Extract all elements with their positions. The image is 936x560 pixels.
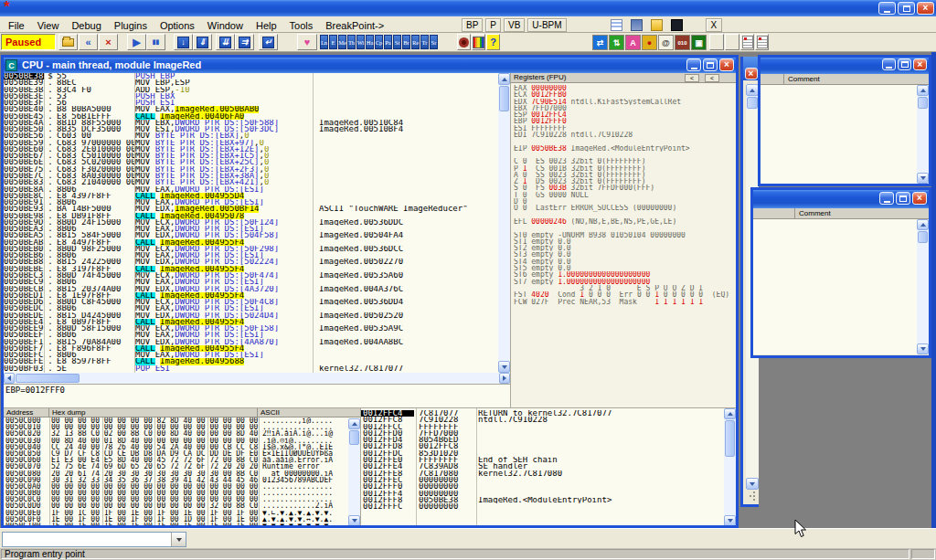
stack-row[interactable]: 0012FFE47C839AD8SE handler <box>361 463 736 470</box>
plugin-toolbar-close-button[interactable]: X <box>706 18 723 32</box>
log-list-button[interactable] <box>740 34 754 50</box>
spiral-icon[interactable]: @ <box>658 35 674 50</box>
stack-row[interactable]: 0012FFD80012FFC8 <box>361 443 736 449</box>
dump-row[interactable]: 0050C0C000 00 00 00 00 00 00 00 00 00 00… <box>4 496 360 502</box>
register-row[interactable]: ESI FFFFFFFF <box>511 125 736 132</box>
disasm-row[interactable]: 0050BEC3 . 8B0D 74F45000 MOV ECX,DWORD P… <box>4 272 498 279</box>
comment-window-titlebar[interactable]: × <box>760 58 929 74</box>
disasm-row[interactable]: 0050BE38 $ 55 PUSH EBP <box>4 73 498 79</box>
breakpoint-plugin-button[interactable]: ♥ <box>297 34 317 50</box>
stack-row[interactable]: 0012FFD07FFD7000 <box>361 430 736 437</box>
comment-window-titlebar[interactable]: × <box>753 190 929 208</box>
disasm-row[interactable]: 0050BE4A . 8B1D 88F55000 MOV EBX,DWORD P… <box>4 120 498 126</box>
register-row[interactable]: ST7 empty 1.0000000000000000000 <box>511 279 736 285</box>
disasm-row[interactable]: 0050BF03 . 5E POP ESI kernel32.7C817077 <box>4 365 498 372</box>
register-row[interactable]: Z 1 DS 0023 32bit 0(FFFFFFFF) <box>511 178 736 185</box>
register-row[interactable]: P 1 CS 001B 32bit 0(FFFFFFFF) <box>511 165 736 172</box>
step-into-button[interactable]: ↓ <box>174 34 193 50</box>
save-icon[interactable] <box>631 19 643 31</box>
register-row[interactable]: FCW 027F Prec NEAR,53 Mask 1 1 1 1 1 1 <box>511 299 736 305</box>
dump-row[interactable]: 0050C03000 8D 40 00 01 8D 40 00 00 00 00… <box>4 438 360 444</box>
disasm-row[interactable]: 0050BEBE . E8 3197F8FF CALL ImageRed.004… <box>4 266 498 272</box>
close-button[interactable]: × <box>912 192 927 205</box>
disasm-row[interactable]: 0050BEE4 . E8 0B97F8FF CALL ImageRed.004… <box>4 319 498 325</box>
maximize-button[interactable] <box>896 192 910 205</box>
register-row[interactable]: EDX 7C90E514 ntdll.KiFastSystemCallRet <box>511 99 736 105</box>
comment-list[interactable] <box>753 219 929 354</box>
register-row[interactable]: ST3 empty 0.0 <box>511 251 736 258</box>
dump-row[interactable]: 0050C00000 00 00 00 00 00 00 00 82 8D 40… <box>4 417 360 424</box>
command-input[interactable] <box>3 533 171 546</box>
collapse-icon[interactable]: < <box>685 74 699 82</box>
disasm-row[interactable]: 0050BEA3 . 8B06 MOV EAX,DWORD PTR DS:[ES… <box>4 226 498 232</box>
pane-shortcut-button[interactable]: Sr <box>430 35 438 49</box>
open-file-button[interactable] <box>58 34 78 50</box>
dump-row[interactable]: 0050C02032 13 8B C0 02 00 8B C0 00 8D 40… <box>4 430 360 437</box>
disasm-row[interactable]: 0050BEB6 . 8B06 MOV EAX,DWORD PTR DS:[ES… <box>4 252 498 259</box>
pane-shortcut-button[interactable]: Ln <box>320 35 328 49</box>
maximize-button[interactable] <box>898 58 911 70</box>
disasm-row[interactable]: 0050BEE9 . 8B0D 58F15000 MOV ECX,DWORD P… <box>4 325 498 332</box>
scroll-up-icon[interactable] <box>498 73 510 85</box>
stack-row[interactable]: 0012FFCCFFFFFFFF <box>361 424 736 430</box>
dump-row[interactable]: 0050C050C9 D7 CF C8 CD CE DB D8 DA D9 CA… <box>4 450 360 457</box>
stack-row[interactable]: 0012FFDC853D1020 <box>361 450 736 457</box>
stack-row[interactable]: 0012FFF000000000 <box>361 483 736 490</box>
appearance-button[interactable] <box>472 34 485 50</box>
scroll-up-icon[interactable] <box>917 219 929 230</box>
close-button[interactable]: × <box>913 58 927 70</box>
disasm-row[interactable]: 0050BECB . 8B15 20374A00 MOV EDX,DWORD P… <box>4 286 498 292</box>
pane-shortcut-button[interactable]: Wi <box>356 35 365 49</box>
scroll-down-icon[interactable] <box>348 515 360 525</box>
dump-row[interactable]: 0050C0F01E 00 1F 00 1E 00 1F 00 1F 00 1D… <box>4 516 360 523</box>
stack-row[interactable]: 0012FFC47C817077RETURN to kernel32.7C817… <box>361 410 736 417</box>
register-row[interactable]: FST 4020 Cond 1 0 0 0 Err 0 0 1 0 0 0 0 … <box>511 291 736 298</box>
register-row[interactable]: C 0 ES 0023 32bit 0(FFFFFFFF) <box>511 158 736 164</box>
plugin-toolbar-button[interactable]: U-BPM <box>527 18 566 32</box>
plugin-toolbar-button[interactable]: P <box>485 18 501 32</box>
stack-vscrollbar[interactable] <box>724 408 736 525</box>
scroll-thumb[interactable] <box>918 231 928 243</box>
menu-item[interactable]: View <box>31 18 66 34</box>
dump-vscrollbar[interactable] <box>348 418 360 525</box>
plugin-toolbar-button[interactable]: VB <box>504 18 525 32</box>
pane-shortcut-button[interactable]: Br <box>402 35 410 49</box>
pane-shortcut-button[interactable]: Re <box>411 35 420 49</box>
disasm-row[interactable]: 0050BE39 . 8BEC MOV EBP,ESP <box>4 79 498 86</box>
scroll-up-icon[interactable] <box>746 84 759 96</box>
menu-item[interactable]: BreakPoint-> <box>319 18 390 34</box>
stack-row[interactable]: 0012FFFC00000000 <box>361 503 736 510</box>
empty-toolbar-button[interactable] <box>725 34 739 50</box>
dump-row[interactable]: 0050C09030 31 32 33 34 35 36 37 38 39 41… <box>4 477 360 483</box>
empty-toolbar-button[interactable] <box>709 34 724 50</box>
scroll-thumb[interactable] <box>499 86 509 111</box>
cpu-window-titlebar[interactable]: C CPU - main thread, module ImageRed × <box>4 58 736 73</box>
pane-shortcut-button[interactable]: Pa <box>384 35 392 49</box>
disasm-row[interactable]: 0050BE3E . 53 PUSH EBX <box>4 93 498 100</box>
close-button[interactable]: × <box>917 2 934 15</box>
hidden-window-close-button[interactable]: × <box>745 68 758 79</box>
disasm-row[interactable]: 0050BEB0 . 8B0D 98F25000 MOV ECX,DWORD P… <box>4 246 498 252</box>
dump-row[interactable]: 0050C1001F 00 1F 00 1F 00 1F 00 1F 00 1F… <box>4 523 360 525</box>
notes-icon[interactable] <box>611 19 622 31</box>
disasm-row[interactable]: 0050BE91 . 8B06 MOV EAX,DWORD PTR DS:[ES… <box>4 199 498 206</box>
swap-panes-icon[interactable]: ⇄ <box>592 35 608 50</box>
scroll-down-icon[interactable] <box>746 478 759 490</box>
scroll-down-icon[interactable] <box>498 361 510 373</box>
register-row[interactable]: EIP 0050BE38 ImageRed.<ModuleEntryPoint> <box>511 145 736 152</box>
disasm-vscrollbar[interactable] <box>498 73 510 373</box>
disasm-row[interactable]: 0050BE67 . C683 C5010000 00 MOV BYTE PTR… <box>4 153 498 159</box>
disasm-row[interactable]: 0050BE45 . E8 56B1EFFF CALL ImageRed.004… <box>4 113 498 120</box>
stack-row[interactable]: 0012FFC87C910228ntdll.7C910228 <box>361 417 736 423</box>
scroll-down-icon[interactable] <box>724 515 736 525</box>
disasm-row[interactable]: 0050BE7C . C683 8A030000 00 MOV BYTE PTR… <box>4 173 498 179</box>
maximize-button[interactable] <box>898 2 915 15</box>
register-row[interactable]: 3 2 1 0 E S P U O Z D I <box>511 285 736 291</box>
pane-shortcut-button[interactable]: Tr <box>420 35 429 49</box>
menu-item[interactable]: File <box>2 18 31 34</box>
register-row[interactable]: EFL 00000246 (NO,NB,E,BE,NS,PE,GE,LE) <box>511 218 736 225</box>
console-icon[interactable] <box>671 19 683 31</box>
close-program-button[interactable]: × <box>99 34 118 50</box>
app-titlebar[interactable]: * × <box>0 0 936 16</box>
register-row[interactable]: D 0 <box>511 198 736 205</box>
